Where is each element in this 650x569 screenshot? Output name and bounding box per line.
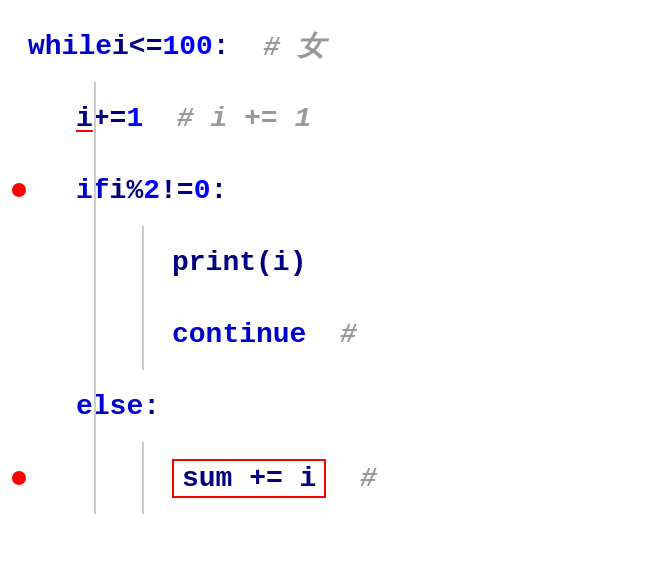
code-content-5: continue # (28, 319, 650, 350)
var-i1: i (112, 31, 129, 62)
code-content-2: i += 1 # i += 1 (28, 103, 650, 134)
indent-guide-3a (94, 154, 96, 226)
code-editor: while i <= 100 : # 女 i += 1 # i += 1 (0, 0, 650, 569)
red-box-sum: sum += i (172, 459, 326, 498)
code-line-5: continue # (10, 298, 650, 370)
colon2: : (210, 175, 227, 206)
indent-guide-6a (94, 370, 96, 442)
var-i3: i (273, 247, 290, 278)
num-0: 0 (194, 175, 211, 206)
breakpoint-7 (12, 471, 26, 485)
code-content-4: print ( i ) (28, 247, 650, 278)
colon3: : (143, 391, 160, 422)
indent-guide-7b (142, 442, 144, 514)
var-i2: i (110, 175, 127, 206)
indent-guide-4b (142, 226, 144, 298)
code-line-6: else : (10, 370, 650, 442)
indent-guide-5a (94, 298, 96, 370)
num-100: 100 (162, 31, 212, 62)
paren-open: ( (256, 247, 273, 278)
code-line-7: sum += i # (10, 442, 650, 514)
colon1: : (213, 31, 230, 62)
indent-guide-2a (94, 82, 96, 154)
comment-2: # i += 1 (143, 103, 311, 134)
code-content-6: else : (28, 391, 650, 422)
op-mod: % (126, 175, 143, 206)
keyword-else: else (76, 391, 143, 422)
indent-guide-4a (94, 226, 96, 298)
code-line-4: print ( i ) (10, 226, 650, 298)
code-content-1: while i <= 100 : # 女 (28, 27, 650, 65)
gutter-7 (10, 471, 28, 485)
breakpoint-3 (12, 183, 26, 197)
gutter-3 (10, 183, 28, 197)
op-lte: <= (129, 31, 163, 62)
op-neq: != (160, 175, 194, 206)
code-content-7: sum += i # (28, 459, 650, 498)
expr-sum-plus-i: sum += i (182, 463, 316, 494)
keyword-continue: continue (172, 319, 306, 350)
indent-guide-7a (94, 442, 96, 514)
comment-1: # 女 (230, 27, 325, 65)
keyword-while: while (28, 31, 112, 62)
keyword-if: if (76, 175, 110, 206)
op-pluseq: += (93, 103, 127, 134)
code-line-3: if i % 2 != 0 : (10, 154, 650, 226)
code-content-3: if i % 2 != 0 : (28, 175, 650, 206)
code-line-2: i += 1 # i += 1 (10, 82, 650, 154)
num-2: 2 (143, 175, 160, 206)
code-line-1: while i <= 100 : # 女 (10, 10, 650, 82)
indent-guide-5b (142, 298, 144, 370)
comment-7: # (326, 463, 376, 494)
comment-5: # (306, 319, 356, 350)
var-i-underline: i (76, 103, 93, 134)
num-1: 1 (126, 103, 143, 134)
fn-print: print (172, 247, 256, 278)
paren-close: ) (290, 247, 307, 278)
